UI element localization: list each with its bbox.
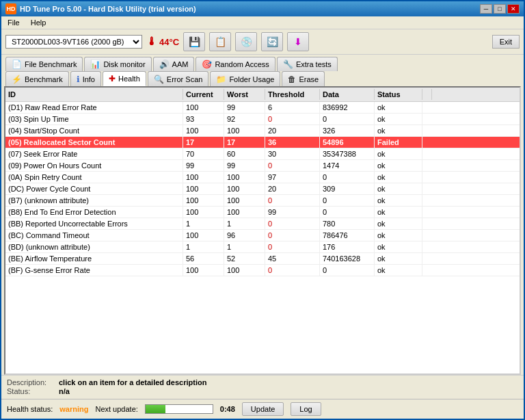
cell-current: 1 — [183, 241, 224, 252]
table-row[interactable]: (09) Power On Hours Count 99 99 0 1474 o… — [5, 160, 520, 172]
cell-current: 17 — [183, 137, 224, 148]
benchmark-icon: ⚡ — [12, 75, 22, 84]
tab-disk-monitor[interactable]: 📊 Disk monitor — [84, 57, 151, 71]
toolbar-btn-1[interactable]: 💾 — [183, 32, 205, 51]
toolbar-btn-2[interactable]: 📋 — [209, 32, 231, 51]
cell-status: ok — [375, 253, 422, 264]
tab-folder-usage-label: Folder Usage — [229, 75, 274, 83]
col-header-data: Data — [320, 89, 375, 100]
status-label: Status: — [7, 387, 55, 395]
menu-bar: File Help — [1, 16, 524, 29]
cell-current: 93 — [183, 114, 224, 124]
table-row[interactable]: (BC) Command Timeout 100 96 0 786476 ok — [5, 230, 520, 241]
update-button[interactable]: Update — [242, 402, 284, 416]
cell-id: (BD) (unknown attribute) — [5, 241, 183, 252]
cell-current: 100 — [183, 207, 224, 218]
tabs-row-2: ⚡ Benchmark ℹ Info ✚ Health 🔍 Error Scan… — [1, 71, 524, 86]
cell-status: ok — [375, 102, 422, 113]
drive-select[interactable]: ST2000DL003-9VT166 (2000 gB) — [5, 35, 142, 49]
table-row[interactable]: (BF) G-sense Error Rate 100 100 0 0 ok — [5, 265, 520, 276]
maximize-button[interactable]: □ — [494, 4, 506, 14]
menu-file[interactable]: File — [5, 18, 22, 27]
health-status-label: Health status: — [7, 405, 53, 413]
timer-display: 0:48 — [220, 405, 235, 413]
col-header-current: Current — [183, 89, 224, 100]
cell-status: ok — [375, 125, 422, 136]
tab-extra-tests-label: Extra tests — [296, 60, 332, 68]
cell-data: 54896 — [320, 137, 375, 148]
cell-threshold: 20 — [265, 183, 320, 194]
tab-health[interactable]: ✚ Health — [103, 71, 146, 86]
table-row[interactable]: (0A) Spin Retry Count 100 100 97 0 ok — [5, 172, 520, 183]
cell-current: 56 — [183, 253, 224, 264]
tabs-row-1: 📄 File Benchmark 📊 Disk monitor 🔊 AAM 🎯 … — [1, 55, 524, 71]
toolbar-btn-4[interactable]: 🔄 — [261, 32, 283, 51]
aam-icon: 🔊 — [159, 60, 170, 69]
toolbar: ST2000DL003-9VT166 (2000 gB) 🌡 44°C 💾 📋 … — [1, 29, 524, 55]
title-bar: HD HD Tune Pro 5.00 - Hard Disk Utility … — [1, 1, 524, 16]
toolbar-btn-3[interactable]: 💿 — [235, 32, 257, 51]
table-row[interactable]: (03) Spin Up Time 93 92 0 0 ok — [5, 114, 520, 125]
thermometer-icon: 🌡 — [146, 36, 157, 48]
table-row[interactable]: (05) Reallocated Sector Count 17 17 36 5… — [5, 137, 520, 148]
cell-data: 836992 — [320, 102, 375, 113]
cell-worst: 92 — [224, 114, 265, 124]
cell-data: 786476 — [320, 230, 375, 241]
file-benchmark-icon: 📄 — [12, 60, 22, 69]
tab-random-access[interactable]: 🎯 Random Access — [196, 57, 275, 71]
col-header-status: Status — [375, 89, 422, 100]
cell-current: 100 — [183, 172, 224, 183]
close-button[interactable]: ✕ — [507, 4, 520, 14]
main-window: HD HD Tune Pro 5.00 - Hard Disk Utility … — [0, 0, 525, 420]
table-row[interactable]: (B8) End To End Error Detection 100 100 … — [5, 207, 520, 218]
tab-benchmark[interactable]: ⚡ Benchmark — [5, 71, 69, 86]
cell-data: 0 — [320, 265, 375, 276]
cell-data: 0 — [320, 195, 375, 206]
next-update-label: Next update: — [95, 405, 137, 413]
cell-worst: 100 — [224, 172, 265, 183]
table-row[interactable]: (BE) Airflow Temperature 56 52 45 740163… — [5, 253, 520, 265]
cell-worst: 99 — [224, 102, 265, 113]
tab-info[interactable]: ℹ Info — [70, 71, 101, 86]
exit-button[interactable]: Exit — [492, 35, 520, 49]
minimize-button[interactable]: ─ — [480, 4, 492, 14]
cell-worst: 1 — [224, 218, 265, 229]
cell-worst: 96 — [224, 230, 265, 241]
toolbar-btn-5[interactable]: ⬇ — [287, 32, 309, 51]
table-row[interactable]: (BD) (unknown attribute) 1 1 0 176 ok — [5, 241, 520, 253]
tab-file-benchmark[interactable]: 📄 File Benchmark — [5, 57, 83, 71]
temperature-value: 44°C — [159, 37, 179, 47]
tab-extra-tests[interactable]: 🔧 Extra tests — [277, 57, 338, 71]
table-row[interactable]: (D1) Raw Read Error Rate 100 99 6 836992… — [5, 102, 520, 114]
table-row[interactable]: (B7) (unknown attribute) 100 100 0 0 ok — [5, 195, 520, 207]
table-row[interactable]: (07) Seek Error Rate 70 60 30 35347388 o… — [5, 148, 520, 160]
cell-threshold: 36 — [265, 137, 320, 148]
menu-help[interactable]: Help — [29, 18, 49, 27]
table-header: ID Current Worst Threshold Data Status — [5, 88, 520, 102]
main-content: ID Current Worst Threshold Data Status (… — [4, 86, 521, 375]
cell-current: 70 — [183, 148, 224, 159]
tab-folder-usage[interactable]: 📁 Folder Usage — [210, 71, 280, 86]
cell-threshold: 0 — [265, 265, 320, 276]
cell-worst: 100 — [224, 183, 265, 194]
table-row[interactable]: (04) Start/Stop Count 100 100 20 326 ok — [5, 125, 520, 137]
extra-tests-icon: 🔧 — [283, 60, 293, 69]
table-row[interactable]: (DC) Power Cycle Count 100 100 20 309 ok — [5, 183, 520, 195]
log-button[interactable]: Log — [291, 402, 321, 416]
status-row: Status: n/a — [7, 387, 518, 395]
cell-current: 100 — [183, 183, 224, 194]
cell-id: (B7) (unknown attribute) — [5, 195, 183, 206]
tab-aam[interactable]: 🔊 AAM — [153, 57, 195, 71]
cell-data: 0 — [320, 114, 375, 124]
table-row[interactable]: (BB) Reported Uncorrectable Errors 1 1 0… — [5, 218, 520, 230]
cell-id: (03) Spin Up Time — [5, 114, 183, 124]
cell-current: 100 — [183, 102, 224, 113]
tab-random-access-label: Random Access — [215, 60, 269, 68]
title-buttons: ─ □ ✕ — [480, 4, 520, 14]
tab-error-scan[interactable]: 🔍 Error Scan — [148, 71, 209, 86]
cell-current: 1 — [183, 218, 224, 229]
progress-bar-fill — [146, 405, 165, 413]
random-access-icon: 🎯 — [202, 60, 212, 69]
tab-erase[interactable]: 🗑 Erase — [282, 71, 325, 86]
cell-status: ok — [375, 265, 422, 276]
